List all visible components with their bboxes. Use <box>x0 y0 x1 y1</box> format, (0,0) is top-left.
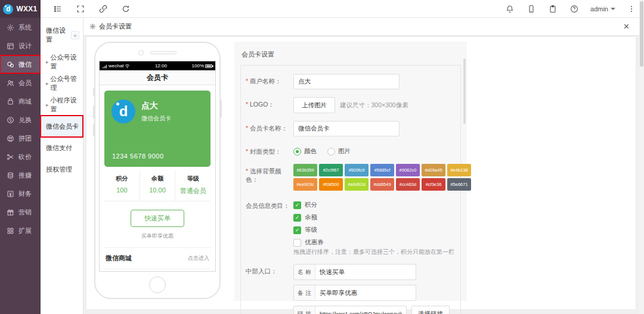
sidebar-item-exchange[interactable]: 兑换 <box>0 111 41 129</box>
checkbox-优惠券[interactable]: 优惠券 <box>293 238 456 247</box>
sidebar-item-label: 系统 <box>18 23 32 32</box>
link-icon[interactable] <box>94 0 112 18</box>
quick-pay-button[interactable]: 快速买单 <box>131 210 184 227</box>
cover-type-radio-图片[interactable]: 图片 <box>327 147 351 156</box>
sidebar-item-wechat[interactable]: 微信 <box>0 55 41 73</box>
color-swatch-cc463d[interactable]: #cc463d <box>396 178 420 191</box>
entry-input-note[interactable] <box>315 285 416 300</box>
users-icon <box>7 79 14 87</box>
fullscreen-icon[interactable] <box>72 0 89 18</box>
tab-membership-card-settings[interactable]: 会员卡设置 <box>89 22 132 31</box>
refresh-icon[interactable] <box>117 0 135 18</box>
submenu-item-0[interactable]: ▸公众号设置 <box>41 51 83 73</box>
submenu-item-5[interactable]: 授权管理 <box>41 158 83 180</box>
merchant-name-label: 商户名称： <box>246 74 293 89</box>
content-card: wechat 12:00 100% 会员卡 <box>86 37 636 309</box>
color-swatch-5e6671[interactable]: #5e6671 <box>447 178 471 191</box>
close-icon[interactable]: ✕ <box>615 22 638 31</box>
clipboard-icon[interactable] <box>544 0 562 18</box>
carrier-label: wechat <box>109 63 123 69</box>
checkbox-等级[interactable]: ✓等级 <box>293 226 456 234</box>
list-icon[interactable] <box>49 0 67 18</box>
merchant-name: 点大 <box>141 101 171 111</box>
wechat-icon <box>7 61 14 69</box>
color-swatch-2c9f67[interactable]: #2c9f67 <box>319 164 343 176</box>
color-swatch-ee903c[interactable]: #ee903c <box>293 178 317 191</box>
app-logo[interactable]: d WXX1 <box>0 0 41 18</box>
sidebar-item-gear[interactable]: 系统 <box>0 18 41 36</box>
sidebar-item-users[interactable]: 会员 <box>0 74 41 92</box>
sidebar-item-bargain[interactable]: 砍价 <box>0 148 41 166</box>
form-title: 会员卡设置 <box>240 48 461 65</box>
sidebar-item-design[interactable]: 设计 <box>0 37 41 55</box>
color-swatch-63b359[interactable]: #63b359 <box>293 164 317 176</box>
submenu-item-4[interactable]: 微信支付 <box>41 137 83 158</box>
home-button[interactable] <box>149 276 166 293</box>
color-swatch-d09a45[interactable]: #d09a45 <box>422 164 445 176</box>
quick-pay-hint: 买单即享优惠 <box>104 232 210 248</box>
cover-type-radio-颜色[interactable]: 颜色 <box>293 147 317 156</box>
brand-icon: d <box>3 4 13 14</box>
admin-label: admin <box>590 5 608 13</box>
merchant-name-input[interactable] <box>293 74 400 89</box>
submenu-item-1[interactable]: ▸公众号管理 <box>41 73 83 94</box>
checkbox-icon: ✓ <box>293 214 301 222</box>
phone-preview: wechat 12:00 100% 会员卡 <box>86 37 225 309</box>
card-empty-space <box>467 37 636 309</box>
sidebar-item-label: 财务 <box>18 189 32 198</box>
checkbox-icon <box>293 239 301 247</box>
color-swatch-9062c0[interactable]: #9062c0 <box>396 164 420 176</box>
wifi-icon <box>125 64 130 69</box>
upload-image-button[interactable]: 上传图片 <box>293 97 335 113</box>
color-swatch-cf3e36[interactable]: #cf3e36 <box>422 178 445 191</box>
panel-scrollbar[interactable] <box>463 58 466 124</box>
color-swatch-f08500[interactable]: #f08500 <box>319 178 343 191</box>
sidebar-item-finance[interactable]: 财务 <box>0 185 41 203</box>
main-area: 会员卡设置 ✕ wechat <box>83 18 644 314</box>
card-number: 1234 5678 9000 <box>112 153 164 160</box>
admin-menu[interactable]: admin <box>587 5 619 13</box>
sidebar-item-gift[interactable]: 营销 <box>0 203 41 221</box>
submenu-item-label: 微信会员卡 <box>46 122 79 131</box>
primary-sidebar: 系统设计微信会员商城兑换拼团砍价推赚财务营销扩展 <box>0 18 41 314</box>
sidebar-item-shop[interactable]: 商城 <box>0 92 41 110</box>
pick-link-button[interactable]: 选择链接 <box>411 306 450 314</box>
checkbox-余额[interactable]: ✓余额 <box>293 213 456 222</box>
sidebar-item-expand[interactable]: 扩展 <box>0 222 41 240</box>
collapse-icon[interactable]: « <box>71 31 79 39</box>
window-scrollbar[interactable] <box>639 0 644 314</box>
membership-card[interactable]: d 点大 微信会员卡 1234 5678 9000 <box>104 91 210 167</box>
phone-screen: wechat 12:00 100% 会员卡 <box>99 61 216 272</box>
stat-余额: 余额10.00 <box>140 170 176 201</box>
sidebar-item-label: 会员 <box>18 79 32 88</box>
sidebar-item-earn[interactable]: 推赚 <box>0 166 41 184</box>
submenu-item-label: 授权管理 <box>46 165 72 174</box>
submenu-item-3[interactable]: 微信会员卡 <box>41 116 83 137</box>
question-icon[interactable] <box>565 0 583 18</box>
gear-icon <box>89 23 96 30</box>
chevron-right-icon: ▸ <box>46 102 49 108</box>
color-swatch-e4b138[interactable]: #e4b138 <box>447 164 471 176</box>
sidebar-item-label: 设计 <box>18 42 32 51</box>
sidebar-item-group[interactable]: 拼团 <box>0 129 41 147</box>
phone-menu-item[interactable]: 微信商城点击进入 <box>104 248 210 269</box>
color-swatch-dd6549[interactable]: #dd6549 <box>370 178 394 191</box>
color-swatch-509fc9[interactable]: #509fc9 <box>345 164 369 176</box>
tab-bar: 会员卡设置 ✕ <box>83 18 644 36</box>
secondary-sidebar-title: 微信设置 <box>46 26 71 44</box>
checkbox-icon: ✓ <box>293 201 301 209</box>
bell-icon[interactable] <box>501 0 519 18</box>
more-dots-icon[interactable] <box>623 0 640 18</box>
entry-input-name[interactable] <box>315 265 416 279</box>
color-swatch-a9d92d[interactable]: #a9d92d <box>345 178 369 191</box>
entry-input-link[interactable] <box>315 306 406 314</box>
submenu-item-2[interactable]: ▸小程序设置 <box>41 94 83 116</box>
color-swatch-5885cf[interactable]: #5885cf <box>370 164 394 176</box>
sidebar-item-label: 微信 <box>18 60 32 69</box>
checkbox-积分[interactable]: ✓积分 <box>293 201 456 209</box>
logo-size-hint: 建议尺寸：300×300像素 <box>340 101 408 110</box>
phone-menu-item[interactable]: 个人中心点击进入 <box>104 269 210 272</box>
clock-label: 12:00 <box>130 63 191 69</box>
mobile-icon[interactable] <box>522 0 540 18</box>
card-name-input[interactable] <box>293 121 400 136</box>
